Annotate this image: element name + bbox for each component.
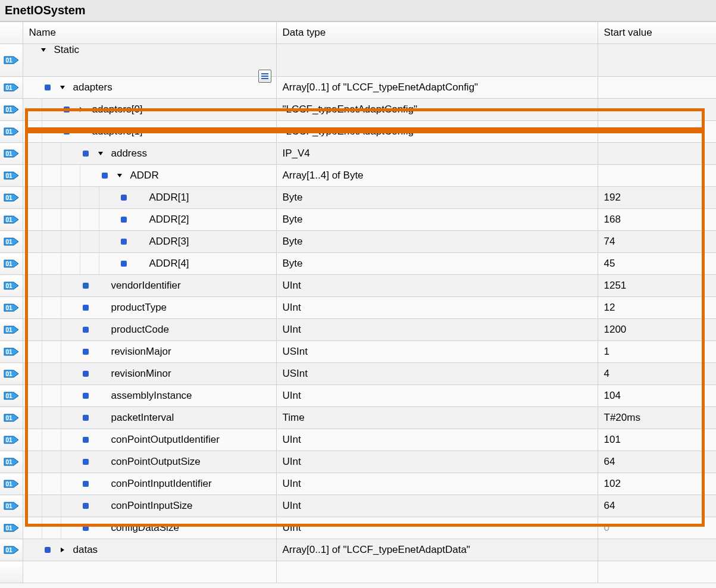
name-cell[interactable]: assemblyInstance xyxy=(23,385,276,407)
name-cell[interactable]: adapters xyxy=(23,77,276,99)
table-row[interactable]: 01revisionMajorUSInt1 xyxy=(0,341,716,363)
table-row[interactable]: 01revisionMinorUSInt4 xyxy=(0,363,716,385)
table-row[interactable]: 01conPointInputSizeUInt64 xyxy=(0,495,716,517)
start-value-cell[interactable] xyxy=(598,99,716,121)
table-row[interactable]: 01Static xyxy=(0,44,716,77)
start-value-cell[interactable]: 64 xyxy=(598,451,716,473)
start-value-cell[interactable] xyxy=(598,121,716,143)
start-value-cell[interactable] xyxy=(598,539,716,561)
type-cell[interactable]: Array[0..1] of "LCCF_typeEnetAdaptData" xyxy=(276,539,598,561)
type-cell[interactable]: UInt xyxy=(276,429,598,451)
type-cell[interactable] xyxy=(276,561,598,583)
start-value-cell[interactable] xyxy=(598,77,716,99)
name-cell[interactable]: revisionMajor xyxy=(23,341,276,363)
start-value-cell[interactable] xyxy=(598,561,716,583)
name-cell[interactable] xyxy=(23,561,276,583)
start-value-cell[interactable]: 192 xyxy=(598,187,716,209)
table-row[interactable] xyxy=(0,561,716,583)
start-value-cell[interactable] xyxy=(598,44,716,77)
start-value-cell[interactable]: 168 xyxy=(598,209,716,231)
start-value-cell[interactable]: 0 xyxy=(598,517,716,539)
name-cell[interactable]: ADDR[3] xyxy=(23,231,276,253)
name-cell[interactable]: vendorIdentifier xyxy=(23,275,276,297)
type-cell[interactable]: Array[1..4] of Byte xyxy=(276,165,598,187)
table-row[interactable]: 01conPointOutputIdentifierUInt101 xyxy=(0,429,716,451)
name-cell[interactable]: Static xyxy=(23,44,276,77)
name-cell[interactable]: productCode xyxy=(23,319,276,341)
expand-icon[interactable] xyxy=(74,99,89,120)
table-row[interactable]: 01conPointOutputSizeUInt64 xyxy=(0,451,716,473)
table-row[interactable]: 01vendorIdentifierUInt1251 xyxy=(0,275,716,297)
table-row[interactable]: 01adapters[1]"LCCF_typeEnetAdaptConfig" xyxy=(0,121,716,143)
type-cell[interactable]: Array[0..1] of "LCCF_typeEnetAdaptConfig… xyxy=(276,77,598,99)
start-value-cell[interactable]: 1 xyxy=(598,341,716,363)
type-cell[interactable]: Byte xyxy=(276,209,598,231)
name-cell[interactable]: datas xyxy=(23,539,276,561)
table-row[interactable]: 01conPointInputIdentifierUInt102 xyxy=(0,473,716,495)
table-row[interactable]: 01productCodeUInt1200 xyxy=(0,319,716,341)
table-row[interactable]: 01adapters[0]"LCCF_typeEnetAdaptConfig" xyxy=(0,99,716,121)
name-cell[interactable]: conPointOutputIdentifier xyxy=(23,429,276,451)
table-row[interactable]: 01productTypeUInt12 xyxy=(0,297,716,319)
type-cell[interactable]: UInt xyxy=(276,275,598,297)
collapse-icon[interactable] xyxy=(74,121,89,142)
type-cell[interactable]: UInt xyxy=(276,473,598,495)
table-row[interactable]: 01configDataSizeUInt0 xyxy=(0,517,716,539)
collapse-icon[interactable] xyxy=(36,34,51,66)
start-value-cell[interactable] xyxy=(598,143,716,165)
name-cell[interactable]: packetInterval xyxy=(23,407,276,429)
type-cell[interactable]: Byte xyxy=(276,231,598,253)
start-value-cell[interactable]: 45 xyxy=(598,253,716,275)
name-cell[interactable]: revisionMinor xyxy=(23,363,276,385)
type-cell[interactable]: UInt xyxy=(276,495,598,517)
name-cell[interactable]: productType xyxy=(23,297,276,319)
type-cell[interactable]: Time xyxy=(276,407,598,429)
start-value-cell[interactable]: 74 xyxy=(598,231,716,253)
name-cell[interactable]: conPointInputSize xyxy=(23,495,276,517)
table-row[interactable]: 01assemblyInstanceUInt104 xyxy=(0,385,716,407)
table-row[interactable]: 01ADDRArray[1..4] of Byte xyxy=(0,165,716,187)
start-value-cell[interactable]: 1251 xyxy=(598,275,716,297)
type-cell[interactable]: UInt xyxy=(276,517,598,539)
header-start[interactable]: Start value xyxy=(598,22,716,44)
type-cell[interactable]: UInt xyxy=(276,297,598,319)
type-cell[interactable]: Byte xyxy=(276,187,598,209)
start-value-cell[interactable]: 104 xyxy=(598,385,716,407)
type-cell[interactable]: UInt xyxy=(276,385,598,407)
expand-icon[interactable] xyxy=(55,539,70,561)
table-row[interactable]: 01ADDR[1]Byte192 xyxy=(0,187,716,209)
collapse-icon[interactable] xyxy=(55,77,70,98)
start-value-cell[interactable]: 102 xyxy=(598,473,716,495)
table-row[interactable]: 01ADDR[3]Byte74 xyxy=(0,231,716,253)
collapse-icon[interactable] xyxy=(93,143,108,164)
start-value-cell[interactable] xyxy=(598,165,716,187)
table-row[interactable]: 01datasArray[0..1] of "LCCF_typeEnetAdap… xyxy=(0,539,716,561)
header-type[interactable]: Data type xyxy=(276,22,598,44)
start-value-cell[interactable]: 1200 xyxy=(598,319,716,341)
name-cell[interactable]: ADDR[1] xyxy=(23,187,276,209)
type-cell[interactable]: "LCCF_typeEnetAdaptConfig" xyxy=(276,99,598,121)
start-value-cell[interactable]: 101 xyxy=(598,429,716,451)
name-cell[interactable]: ADDR[4] xyxy=(23,253,276,275)
type-cell[interactable]: UInt xyxy=(276,319,598,341)
type-cell[interactable]: IP_V4 xyxy=(276,143,598,165)
type-cell[interactable]: USInt xyxy=(276,341,598,363)
type-cell[interactable]: UInt xyxy=(276,451,598,473)
type-cell[interactable]: USInt xyxy=(276,363,598,385)
table-row[interactable]: 01packetIntervalTimeT#20ms xyxy=(0,407,716,429)
name-cell[interactable]: adapters[0] xyxy=(23,99,276,121)
start-value-cell[interactable]: 64 xyxy=(598,495,716,517)
type-cell[interactable] xyxy=(276,44,598,77)
table-row[interactable]: 01ADDR[4]Byte45 xyxy=(0,253,716,275)
type-cell[interactable]: "LCCF_typeEnetAdaptConfig" xyxy=(276,121,598,143)
start-value-cell[interactable]: 12 xyxy=(598,297,716,319)
name-cell[interactable]: adapters[1] xyxy=(23,121,276,143)
name-cell[interactable]: configDataSize xyxy=(23,517,276,539)
start-value-cell[interactable]: T#20ms xyxy=(598,407,716,429)
type-cell[interactable]: Byte xyxy=(276,253,598,275)
table-row[interactable]: 01ADDR[2]Byte168 xyxy=(0,209,716,231)
name-cell[interactable]: conPointOutputSize xyxy=(23,451,276,473)
name-cell[interactable]: conPointInputIdentifier xyxy=(23,473,276,495)
name-cell[interactable]: address xyxy=(23,143,276,165)
table-row[interactable]: 01adaptersArray[0..1] of "LCCF_typeEnetA… xyxy=(0,77,716,99)
